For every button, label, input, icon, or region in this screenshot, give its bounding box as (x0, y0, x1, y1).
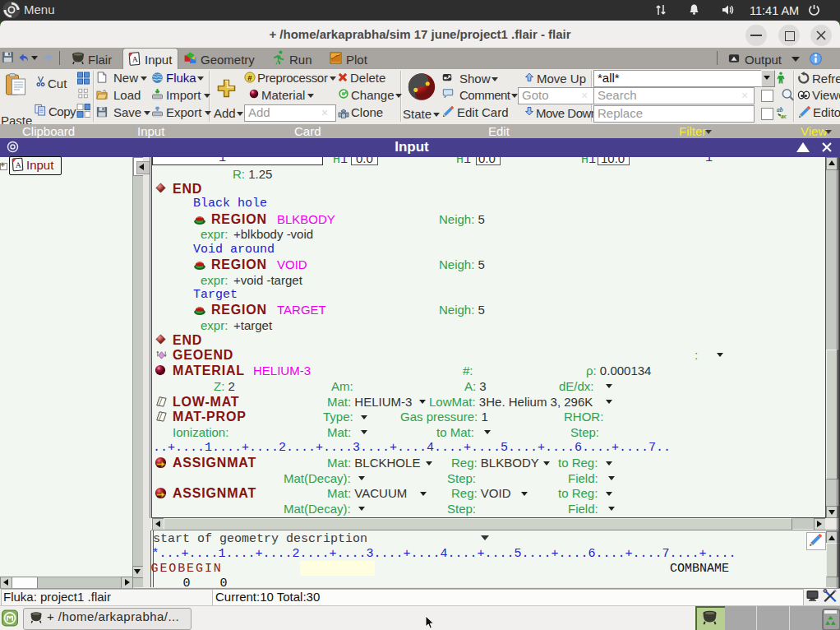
svg-text:A: A (15, 160, 21, 169)
svg-text:A: A (132, 54, 138, 63)
svg-text:#: # (247, 73, 252, 82)
svg-text:ac: ac (781, 113, 787, 120)
